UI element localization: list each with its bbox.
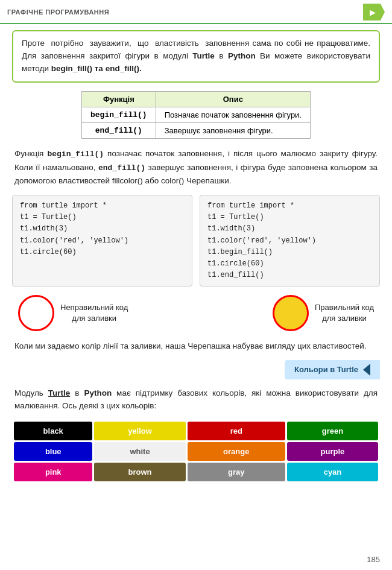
- section-header-container: Кольори в Turtle: [12, 360, 380, 387]
- color-cell: green: [287, 422, 378, 440]
- color-cell: cyan: [287, 463, 378, 481]
- table-col-function: Функція: [82, 91, 156, 107]
- color-cell: black: [14, 422, 92, 440]
- color-row: pinkbrowngraycyan: [14, 463, 378, 481]
- color-row: bluewhiteorangepurple: [14, 442, 378, 461]
- code-line: from turtle import *: [207, 201, 294, 210]
- code-line: t1.circle(60): [207, 259, 264, 268]
- code-line: t1.width(3): [20, 224, 68, 233]
- code-line: t1.begin_fill(): [207, 248, 273, 256]
- info-box: Проте потрібно зауважити, що властивість…: [12, 30, 380, 83]
- header-arrow: [363, 4, 385, 21]
- code-line: t1.color('red', 'yellow'): [20, 236, 128, 245]
- table-cell-func: begin_fill(): [82, 107, 156, 122]
- section-title: Кольори в Turtle: [294, 365, 358, 374]
- code-line: from turtle import *: [20, 201, 107, 210]
- code-block-correct: from turtle import *t1 = Turtle()t1.widt…: [200, 195, 380, 287]
- table-cell-desc: Позначає початок заповнення фігури.: [156, 107, 310, 122]
- color-cell: yellow: [94, 422, 185, 440]
- section-arrow-icon: [363, 364, 370, 376]
- info-text: Проте потрібно зауважити, що властивість…: [22, 39, 370, 73]
- table-row: begin_fill()Позначає початок заповнення …: [82, 107, 311, 122]
- color-row: blackyellowredgreen: [14, 422, 378, 440]
- demo-row: Неправильний коддля заливки Правильний к…: [12, 295, 380, 331]
- correct-label: Правильний коддля заливки: [315, 302, 374, 324]
- circle-unfilled: [18, 295, 54, 331]
- color-cell: pink: [14, 463, 92, 481]
- color-cell: orange: [188, 442, 285, 461]
- page-header: ГРАФІЧНЕ ПРОГРАМУВАННЯ: [0, 0, 392, 24]
- code-line: t1 = Turtle(): [207, 213, 264, 221]
- color-cell: brown: [94, 463, 185, 481]
- code-line: t1.circle(60): [20, 248, 77, 256]
- code-line: t1.color('red', 'yellow'): [207, 236, 316, 245]
- page-number: 185: [367, 555, 380, 564]
- paragraph-colors-desc: Модуль Turtle в Python має підтримку баз…: [12, 387, 380, 413]
- table-cell-func: end_fill(): [82, 122, 156, 138]
- code-block-wrong: from turtle import *t1 = Turtle()t1.widt…: [12, 195, 192, 287]
- color-cell: blue: [14, 442, 92, 461]
- table-col-desc: Опис: [156, 91, 310, 107]
- table-cell-desc: Завершує заповнення фігури.: [156, 122, 310, 138]
- header-title: ГРАФІЧНЕ ПРОГРАМУВАННЯ: [7, 8, 363, 16]
- color-cell: red: [188, 422, 285, 440]
- color-cell: purple: [287, 442, 378, 461]
- demo-item-correct: Правильний коддля заливки: [273, 295, 374, 331]
- demo-item-wrong: Неправильний коддля заливки: [18, 295, 128, 331]
- table-row: end_fill()Завершує заповнення фігури.: [82, 122, 311, 138]
- section-header: Кольори в Turtle: [285, 360, 380, 379]
- wrong-label: Неправильний коддля заливки: [60, 302, 128, 324]
- color-cell: white: [94, 442, 185, 461]
- circle-filled: [273, 295, 309, 331]
- functions-table: Функція Опис begin_fill()Позначає почато…: [81, 91, 311, 139]
- paragraph-color-intro: Коли ми задаємо колір лінії та заливки, …: [12, 340, 380, 353]
- paragraph-fill-explanation: Функція begin_fill() позначає початок за…: [12, 147, 380, 188]
- code-line: t1 = Turtle(): [20, 213, 77, 221]
- color-cell: gray: [188, 463, 285, 481]
- colors-table: blackyellowredgreenbluewhiteorangepurple…: [12, 420, 380, 483]
- code-examples-row: from turtle import *t1 = Turtle()t1.widt…: [12, 195, 380, 287]
- code-line: t1.end_fill(): [207, 271, 264, 279]
- code-line: t1.width(3): [207, 224, 255, 233]
